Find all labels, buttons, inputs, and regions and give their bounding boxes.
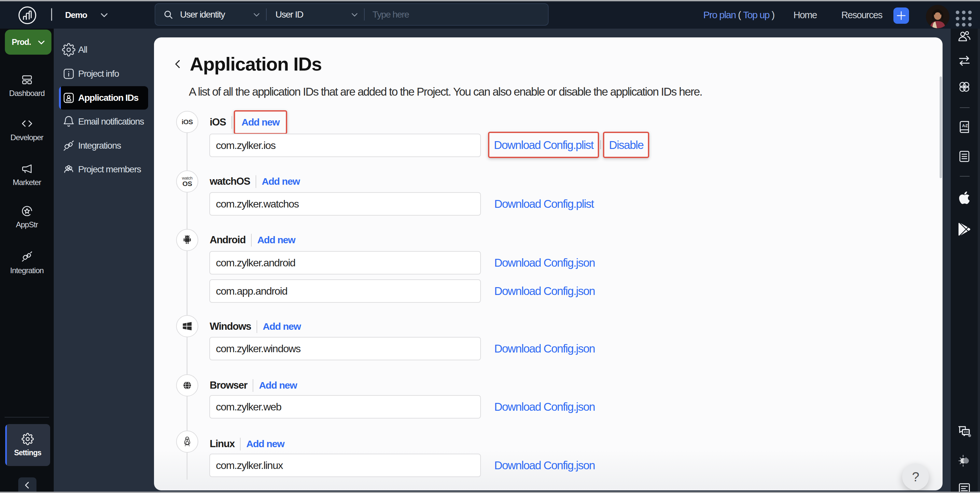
collapse-sidebar-button[interactable] bbox=[18, 477, 37, 493]
platform-badge-text: iOS bbox=[182, 118, 193, 126]
app-id-input[interactable] bbox=[209, 192, 481, 216]
section-header-watchos: watchOS Add new bbox=[210, 170, 300, 193]
section-header-ios: iOS Add new bbox=[210, 110, 287, 134]
section-title: iOS bbox=[210, 116, 226, 128]
rail-item-developer[interactable]: Developer bbox=[0, 117, 54, 142]
section-divider bbox=[231, 116, 232, 129]
topup-link[interactable]: Top up bbox=[743, 10, 769, 21]
nav-home[interactable]: Home bbox=[794, 1, 817, 29]
panel-scrollbar[interactable] bbox=[940, 76, 942, 178]
section-header-browser: Browser Add new bbox=[210, 373, 297, 397]
windows-icon bbox=[181, 320, 194, 332]
page-description: A list of all the application IDs that a… bbox=[189, 86, 702, 97]
add-new-link[interactable]: Add new bbox=[257, 235, 295, 246]
sidebar-item-email-notifications[interactable]: Email notifications bbox=[59, 110, 148, 133]
plan-indicator[interactable]: Pro plan ( Top up ) bbox=[703, 1, 774, 29]
app-logo-icon[interactable] bbox=[18, 6, 37, 25]
theme-toggle-icon[interactable] bbox=[951, 453, 978, 468]
download-config-link[interactable]: Download Config.json bbox=[494, 256, 595, 269]
section-divider bbox=[256, 320, 257, 333]
download-config-link[interactable]: Download Config.json bbox=[494, 342, 595, 355]
rail-item-marketer[interactable]: Marketer bbox=[0, 163, 54, 187]
download-config-link[interactable]: Download Config.json bbox=[494, 459, 595, 472]
notes-icon[interactable] bbox=[951, 149, 978, 163]
download-config-link[interactable]: Download Config.json bbox=[494, 400, 595, 413]
swap-arrows-icon[interactable] bbox=[951, 54, 978, 68]
search-icon bbox=[163, 10, 173, 20]
sidebar-item-application-ids[interactable]: Application IDs bbox=[59, 86, 148, 109]
annotation-box: Disable bbox=[603, 132, 649, 158]
nav-resources[interactable]: Resources bbox=[841, 1, 882, 29]
rail-item-settings[interactable]: Settings bbox=[5, 424, 50, 466]
download-config-link[interactable]: Download Config.plist bbox=[494, 138, 593, 152]
news-icon[interactable] bbox=[951, 481, 978, 493]
right-rail: A-Z bbox=[951, 29, 980, 493]
rail-item-label: Marketer bbox=[13, 178, 41, 187]
add-new-link[interactable]: Add new bbox=[246, 438, 284, 449]
app-id-input[interactable] bbox=[209, 279, 481, 303]
add-new-link[interactable]: Add new bbox=[259, 380, 297, 391]
section-header-windows: Windows Add new bbox=[210, 314, 301, 339]
google-play-icon[interactable] bbox=[951, 222, 978, 236]
gear-icon bbox=[62, 43, 76, 57]
ios-link-row: Download Config.plist Disable bbox=[488, 132, 649, 158]
rail-item-appstr[interactable]: AppStr bbox=[0, 205, 54, 229]
rail-item-dashboard[interactable]: Dashboard bbox=[0, 73, 54, 98]
apps-grid-icon[interactable] bbox=[955, 10, 972, 27]
app-id-input[interactable] bbox=[209, 395, 481, 418]
az-book-icon[interactable]: A-Z bbox=[951, 120, 978, 134]
rail-item-label: Integration bbox=[10, 266, 44, 275]
rail-divider bbox=[5, 417, 49, 418]
add-new-link[interactable]: Add new bbox=[242, 117, 280, 128]
sidebar-item-label: All bbox=[78, 44, 87, 55]
sidebar-item-project-info[interactable]: Project info bbox=[59, 62, 148, 86]
clover-icon[interactable] bbox=[951, 80, 978, 94]
section-title: Android bbox=[210, 234, 245, 246]
app-id-input[interactable] bbox=[209, 251, 481, 274]
gear-icon bbox=[21, 433, 34, 445]
section-divider bbox=[253, 379, 253, 392]
app-id-input[interactable] bbox=[209, 337, 481, 360]
add-button[interactable] bbox=[893, 8, 909, 24]
apple-icon[interactable] bbox=[951, 190, 978, 205]
sidebar-item-label: Application IDs bbox=[78, 93, 138, 103]
app-id-input[interactable] bbox=[209, 134, 481, 157]
feedback-icon[interactable] bbox=[951, 424, 978, 440]
environment-label: Prod. bbox=[12, 37, 31, 47]
search-category-select[interactable]: User identity bbox=[180, 10, 252, 20]
link-divider bbox=[600, 140, 601, 149]
download-config-link[interactable]: Download Config.json bbox=[494, 285, 595, 298]
app-id-input[interactable] bbox=[209, 453, 481, 477]
rail-item-integration[interactable]: Integration bbox=[0, 250, 54, 275]
help-button[interactable]: ? bbox=[902, 463, 929, 490]
plug-icon bbox=[21, 250, 33, 263]
users-icon[interactable] bbox=[951, 29, 978, 44]
avatar[interactable] bbox=[926, 5, 950, 28]
add-new-link[interactable]: Add new bbox=[262, 176, 300, 187]
platform-badge-windows bbox=[176, 315, 198, 337]
platform-badge-text-small: watch bbox=[182, 176, 193, 180]
svg-text:A-Z: A-Z bbox=[962, 124, 967, 128]
search-divider bbox=[364, 8, 365, 21]
annotation-box: Add new bbox=[234, 110, 288, 134]
plan-paren: ) bbox=[769, 10, 774, 21]
add-new-link[interactable]: Add new bbox=[263, 321, 301, 332]
topbar: Demo User identity User ID Pro plan ( To… bbox=[0, 1, 980, 29]
environment-switcher[interactable]: Prod. bbox=[5, 30, 51, 55]
section-divider bbox=[256, 175, 256, 188]
section-header-linux: Linux Add new bbox=[210, 432, 284, 456]
section-header-android: Android Add new bbox=[210, 228, 295, 252]
search-input[interactable] bbox=[372, 10, 542, 20]
search-field-select[interactable]: User ID bbox=[275, 10, 342, 20]
platform-badge-linux bbox=[176, 431, 198, 453]
back-icon[interactable] bbox=[173, 59, 184, 70]
platform-badge-watchos: watch OS bbox=[176, 170, 198, 192]
rail-item-label: Settings bbox=[14, 449, 41, 457]
sidebar-item-integrations[interactable]: Integrations bbox=[59, 134, 148, 157]
sidebar-item-project-members[interactable]: Project members bbox=[59, 158, 148, 181]
project-switcher[interactable]: Demo bbox=[65, 1, 109, 29]
disable-link[interactable]: Disable bbox=[609, 138, 643, 152]
download-config-link[interactable]: Download Config.plist bbox=[494, 197, 593, 211]
sidebar-item-all[interactable]: All bbox=[59, 38, 148, 62]
plug-icon bbox=[62, 138, 76, 153]
